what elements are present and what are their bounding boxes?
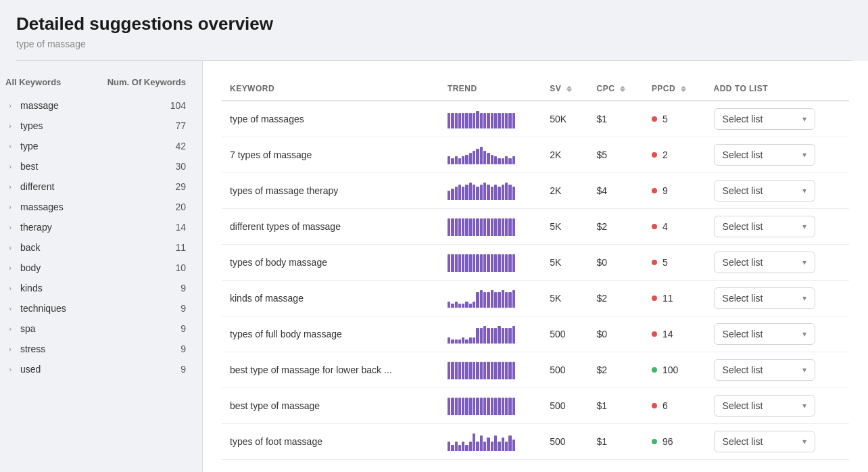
sidebar-item-different[interactable]: › different 29 (0, 176, 191, 197)
chevron-down-icon: ▾ (802, 150, 806, 160)
cell-ppcd: 5 (644, 245, 706, 281)
cell-cpc: $2 (589, 352, 644, 388)
select-list-button[interactable]: Select list ▾ (714, 359, 815, 381)
ppcd-value: 5 (662, 114, 668, 124)
cell-trend (439, 424, 541, 460)
select-list-label: Select list (723, 364, 763, 375)
sidebar-item-count: 9 (180, 303, 186, 314)
table-row: best type of massage for lower back ... … (222, 352, 849, 388)
select-list-button[interactable]: Select list ▾ (714, 216, 815, 237)
select-list-button[interactable]: Select list ▾ (714, 287, 815, 309)
select-list-label: Select list (723, 293, 763, 304)
sidebar-item-used[interactable]: › used 9 (0, 359, 191, 379)
trend-bars (448, 432, 515, 451)
trend-bars (448, 145, 515, 164)
pagination: < 1 2 3 4 5 ... 20 > 10 / page 20 / page… (222, 460, 849, 472)
sidebar-item-massage[interactable]: › massage 104 (0, 95, 191, 116)
cell-keyword: 7 types of massage (222, 137, 439, 173)
ppcd-dot (652, 296, 657, 301)
sidebar-item-label: type (20, 141, 38, 151)
ppcd-value: 2 (662, 149, 668, 160)
sidebar-item-label: massage (20, 100, 59, 111)
col-header-sv[interactable]: SV (541, 77, 588, 101)
select-list-button[interactable]: Select list ▾ (714, 252, 815, 273)
cell-add-to-list: Select list ▾ (706, 101, 849, 137)
sidebar-item-kinds[interactable]: › kinds 9 (0, 278, 191, 298)
select-list-button[interactable]: Select list ▾ (714, 323, 815, 345)
sidebar-item-count: 77 (175, 120, 186, 131)
cell-trend (439, 209, 541, 245)
sidebar-item-body[interactable]: › body 10 (0, 258, 191, 278)
cell-sv: 50K (541, 101, 588, 137)
col-header-ppcd[interactable]: PPCD (644, 77, 706, 101)
select-list-button[interactable]: Select list ▾ (714, 395, 815, 417)
sidebar-item-spa[interactable]: › spa 9 (0, 318, 191, 339)
cell-add-to-list: Select list ▾ (706, 209, 849, 245)
sidebar-item-back[interactable]: › back 11 (0, 237, 191, 258)
trend-bars (448, 181, 515, 200)
sidebar-item-types[interactable]: › types 77 (0, 116, 191, 136)
cell-ppcd: 100 (644, 352, 706, 388)
cell-keyword: types of body massage (222, 245, 439, 281)
table-row: type of massages 50K $1 5 Select list ▾ (222, 101, 849, 137)
select-list-button[interactable]: Select list ▾ (714, 180, 815, 202)
sidebar-item-label: used (20, 364, 41, 375)
cell-sv: 2K (541, 137, 588, 173)
select-list-button[interactable]: Select list ▾ (714, 108, 815, 130)
sidebar-item-best[interactable]: › best 30 (0, 156, 191, 176)
sidebar-item-label: kinds (20, 283, 43, 293)
ppcd-dot (652, 439, 657, 444)
cell-trend (439, 137, 541, 173)
sidebar-item-count: 42 (175, 141, 186, 151)
trend-bars (448, 217, 515, 236)
col-header-cpc[interactable]: CPC (589, 77, 644, 101)
select-list-button[interactable]: Select list ▾ (714, 144, 815, 166)
cell-add-to-list: Select list ▾ (706, 424, 849, 460)
cell-sv: 500 (541, 316, 588, 352)
select-list-label: Select list (723, 221, 763, 232)
cell-add-to-list: Select list ▾ (706, 388, 849, 424)
sidebar-item-techniques[interactable]: › techniques 9 (0, 298, 191, 318)
sidebar-item-count: 11 (175, 242, 186, 253)
cell-trend (439, 101, 541, 137)
cell-keyword: types of massage therapy (222, 173, 439, 209)
sidebar-item-massages[interactable]: › massages 20 (0, 197, 191, 217)
col-header-trend: TREND (439, 77, 541, 101)
cell-keyword: best type of massage for lower back ... (222, 352, 439, 388)
cell-keyword: best type of massage (222, 388, 439, 424)
cell-add-to-list: Select list ▾ (706, 173, 849, 209)
cell-ppcd: 11 (644, 281, 706, 316)
cell-cpc: $2 (589, 281, 644, 316)
chevron-right-icon: › (5, 121, 15, 131)
sidebar-item-type[interactable]: › type 42 (0, 136, 191, 156)
col-header-add-to-list: ADD TO LIST (706, 77, 849, 101)
page-subtitle: type of massage (16, 39, 852, 49)
sidebar-item-stress[interactable]: › stress 9 (0, 339, 191, 359)
select-list-button[interactable]: Select list ▾ (714, 431, 815, 452)
cell-ppcd: 96 (644, 424, 706, 460)
table-row: 7 types of massage 2K $5 2 Select list ▾ (222, 137, 849, 173)
sidebar-item-count: 9 (180, 344, 186, 354)
trend-bars (448, 360, 515, 379)
select-list-label: Select list (723, 436, 763, 447)
ppcd-value: 11 (662, 293, 673, 304)
chevron-down-icon: ▾ (802, 365, 806, 375)
cell-keyword: types of foot massage (222, 424, 439, 460)
table-row: types of massage therapy 2K $4 9 Select … (222, 173, 849, 209)
ppcd-value: 100 (662, 364, 678, 375)
cell-ppcd: 14 (644, 316, 706, 352)
chevron-right-icon: › (5, 364, 15, 374)
sidebar-item-count: 104 (170, 100, 186, 111)
ppcd-value: 6 (662, 400, 668, 411)
cell-ppcd: 4 (644, 209, 706, 245)
ppcd-value: 4 (662, 221, 668, 232)
table-row: types of foot massage 500 $1 96 Select l… (222, 424, 849, 460)
table-row: best type of massage 500 $1 6 Select lis… (222, 388, 849, 424)
sidebar-item-label: body (20, 262, 41, 273)
cell-sv: 5K (541, 209, 588, 245)
ppcd-dot (652, 116, 657, 122)
chevron-right-icon: › (5, 101, 15, 110)
sidebar-item-therapy[interactable]: › therapy 14 (0, 217, 191, 237)
cell-trend (439, 352, 541, 388)
cell-trend (439, 281, 541, 316)
